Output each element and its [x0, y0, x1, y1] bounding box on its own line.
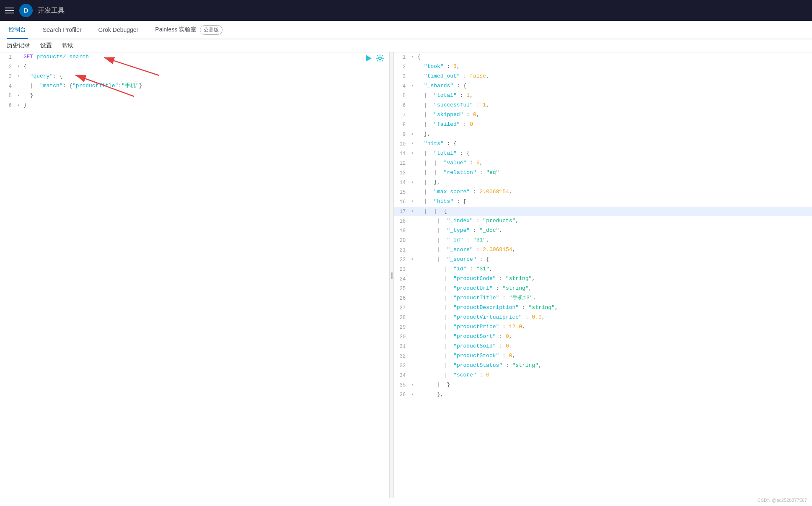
- help-btn[interactable]: 帮助: [62, 42, 74, 49]
- resp-line-7: 7 | "skipped" : 0,: [394, 110, 812, 120]
- resp-line-27: 27 | "productDescription" : "string",: [394, 303, 812, 313]
- resp-line-13: 13 | | "relation" : "eq": [394, 168, 812, 178]
- history-btn[interactable]: 历史记录: [7, 42, 30, 49]
- resp-line-12: 12 | | "value" : 6,: [394, 158, 812, 168]
- resp-line-21: 21 | "_score" : 2.0068154,: [394, 245, 812, 255]
- editor-code-area[interactable]: 1 GET products/_search 2 ▾ { 3 ▾ "query"…: [0, 52, 389, 498]
- resp-line-31: 31 | "productSold" : 0,: [394, 342, 812, 351]
- watermark: CSDN @ac2528877587: [758, 498, 807, 498]
- svg-marker-4: [366, 55, 372, 62]
- resp-line-36: 36 ▴ },: [394, 390, 812, 400]
- resp-line-6: 6 | "successful" : 1,: [394, 101, 812, 110]
- tab-grok-debugger[interactable]: Grok Debugger: [97, 21, 140, 39]
- beta-badge: 公测版: [200, 25, 222, 35]
- arrow-annotations: [0, 52, 389, 498]
- nav-tabs: 控制台 Search Profiler Grok Debugger Painle…: [0, 21, 812, 39]
- svg-point-5: [379, 57, 381, 60]
- resp-line-9: 9 ▴ },: [394, 130, 812, 139]
- editor-line-4: 4 | "match": {"productTitle":"手机"}: [0, 81, 389, 91]
- resp-line-11: 11 ▾ | "total" : {: [394, 149, 812, 158]
- resp-line-34: 34 | "score" : 0: [394, 371, 812, 380]
- panel-divider[interactable]: ∥: [390, 52, 394, 498]
- editor-toolbar: [364, 54, 384, 62]
- resp-line-33: 33 | "productStatus" : "string",: [394, 361, 812, 371]
- sub-toolbar: 历史记录 设置 帮助: [0, 39, 812, 52]
- resp-line-26: 26 | "productTitle" : "手机13",: [394, 293, 812, 303]
- top-bar: D 开发工具: [0, 0, 812, 21]
- main-content: 1 GET products/_search 2 ▾ { 3 ▾ "query"…: [0, 52, 812, 498]
- resp-line-2: 2 "took" : 3,: [394, 62, 812, 72]
- resp-line-10: 10 ▾ "hits" : {: [394, 139, 812, 149]
- resp-line-18: 18 | "_index" : "products",: [394, 216, 812, 226]
- avatar[interactable]: D: [19, 4, 33, 17]
- resp-line-5: 5 | "total" : 1,: [394, 91, 812, 101]
- resp-line-4: 4 ▾ "_shards" : {: [394, 81, 812, 91]
- editor-line-6: 6 ▴ }: [0, 101, 389, 110]
- resp-line-28: 28 | "productVirtualprice" : 0.0,: [394, 313, 812, 322]
- resp-line-3: 3 "timed_out" : false,: [394, 72, 812, 81]
- resp-line-35: 35 ▴ | }: [394, 380, 812, 390]
- run-button[interactable]: [364, 54, 372, 62]
- resp-line-22: 22 ▾ | "_source" : {: [394, 255, 812, 265]
- resp-line-17: 17 ▾ | | {: [394, 207, 812, 216]
- tab-search-profiler[interactable]: Search Profiler: [41, 21, 83, 39]
- resp-line-30: 30 | "productSort" : 0,: [394, 332, 812, 342]
- wrench-button[interactable]: [376, 54, 384, 62]
- response-panel: 1 ▾ { 2 "took" : 3, 3 "timed_out" : fals…: [394, 52, 812, 498]
- resp-line-15: 15 | "max_score" : 2.0068154,: [394, 187, 812, 197]
- resp-line-23: 23 | "id" : "31",: [394, 265, 812, 274]
- tab-console[interactable]: 控制台: [7, 21, 28, 39]
- settings-btn[interactable]: 设置: [40, 42, 52, 49]
- resp-line-19: 19 | "_type" : "_doc",: [394, 226, 812, 236]
- resp-line-29: 29 | "productPrice" : 12.0,: [394, 322, 812, 332]
- editor-panel: 1 GET products/_search 2 ▾ { 3 ▾ "query"…: [0, 52, 390, 498]
- resp-line-32: 32 | "productStock" : 0,: [394, 351, 812, 361]
- editor-line-3: 3 ▾ "query": {: [0, 72, 389, 81]
- resp-line-16: 16 ▾ | "hits" : [: [394, 197, 812, 207]
- resp-line-20: 20 | "_id" : "31",: [394, 236, 812, 245]
- response-code-area[interactable]: 1 ▾ { 2 "took" : 3, 3 "timed_out" : fals…: [394, 52, 812, 498]
- tab-painless-lab[interactable]: Painless 实验室 公测版: [153, 21, 224, 39]
- menu-icon[interactable]: [5, 8, 14, 13]
- editor-line-2: 2 ▾ {: [0, 62, 389, 72]
- resp-line-25: 25 | "productUrl" : "string",: [394, 284, 812, 293]
- resp-line-8: 8 | "failed" : 0: [394, 120, 812, 130]
- resp-line-1: 1 ▾ {: [394, 52, 812, 62]
- app-title: 开发工具: [38, 6, 65, 15]
- resp-line-14: 14 ▴ | },: [394, 178, 812, 187]
- resp-line-24: 24 | "productCode" : "string",: [394, 274, 812, 284]
- editor-line-5: 5 ▴ }: [0, 91, 389, 101]
- editor-line-1: 1 GET products/_search: [0, 52, 389, 62]
